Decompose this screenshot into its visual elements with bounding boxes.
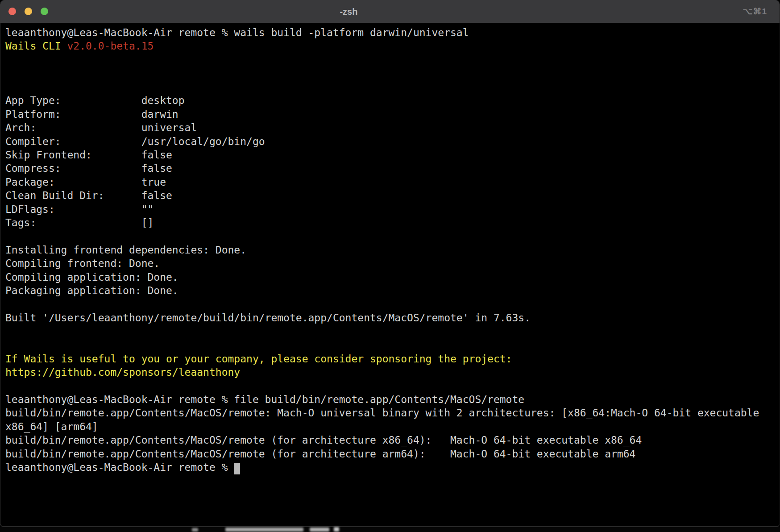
terminal-line: Clean Build Dir: false xyxy=(5,189,778,202)
terminal-text-segment: Clean Build Dir: false xyxy=(5,190,172,201)
terminal-line xyxy=(5,80,778,94)
terminal-output[interactable]: leaanthony@Leas-MacBook-Air remote % wai… xyxy=(0,23,780,474)
terminal-line xyxy=(5,230,778,243)
tab-shortcut-badge: ⌥⌘1 xyxy=(743,0,767,23)
terminal-text-segment: build/bin/remote.app/Contents/MacOS/remo… xyxy=(5,434,642,446)
terminal-text-segment: x86_64] [arm64] xyxy=(5,421,98,432)
terminal-text-segment: leaanthony@Leas-MacBook-Air remote % xyxy=(5,461,234,473)
terminal-line: Installing frontend dependencies: Done. xyxy=(5,243,778,257)
terminal-text-segment: https://github.com/sponsors/leaanthony xyxy=(5,366,240,378)
blurred-background-fragment xyxy=(334,527,339,532)
terminal-line xyxy=(5,53,778,66)
terminal-text-segment: v2.0.0-beta.15 xyxy=(67,40,154,52)
terminal-text-segment: App Type: desktop xyxy=(5,95,185,106)
blurred-background-fragment xyxy=(192,528,198,532)
terminal-text-segment: Built '/Users/leaanthony/remote/build/bi… xyxy=(5,312,531,324)
terminal-text-segment: leaanthony@Leas-MacBook-Air remote % fil… xyxy=(5,394,524,405)
terminal-text-segment: Skip Frontend: false xyxy=(5,149,172,161)
terminal-text-segment: LDFlags: "" xyxy=(5,204,154,215)
terminal-text-segment: Wails CLI xyxy=(5,40,67,52)
terminal-text-segment: Arch: universal xyxy=(5,122,197,133)
close-button[interactable] xyxy=(8,8,16,15)
terminal-text-segment: Compiling application: Done. xyxy=(5,271,178,283)
traffic-lights xyxy=(8,8,48,15)
terminal-line xyxy=(5,379,778,392)
terminal-line: leaanthony@Leas-MacBook-Air remote % xyxy=(5,461,778,474)
terminal-text-segment: Platform: darwin xyxy=(5,108,178,120)
blurred-background-fragment xyxy=(225,528,303,532)
terminal-line: If Wails is useful to you or your compan… xyxy=(5,352,778,366)
terminal-line: build/bin/remote.app/Contents/MacOS/remo… xyxy=(5,447,778,461)
terminal-text-segment: Packaging application: Done. xyxy=(5,285,178,296)
minimize-button[interactable] xyxy=(25,8,32,15)
background-window-strip xyxy=(0,527,780,532)
terminal-line xyxy=(5,66,778,80)
terminal-line: build/bin/remote.app/Contents/MacOS/remo… xyxy=(5,433,778,447)
terminal-line: Package: true xyxy=(5,175,778,189)
terminal-text-segment: build/bin/remote.app/Contents/MacOS/remo… xyxy=(5,407,759,419)
window-title: -zsh xyxy=(340,0,357,23)
terminal-cursor xyxy=(234,463,240,474)
terminal-text-segment: Installing frontend dependencies: Done. xyxy=(5,244,246,256)
zoom-button[interactable] xyxy=(41,8,48,15)
terminal-line xyxy=(5,325,778,338)
titlebar[interactable]: -zsh ⌥⌘1 xyxy=(0,0,780,23)
terminal-line xyxy=(5,298,778,311)
terminal-text-segment: Compiling frontend: Done. xyxy=(5,258,160,269)
terminal-text-segment: If Wails is useful to you or your compan… xyxy=(5,353,512,365)
terminal-line: Compiler: /usr/local/go/bin/go xyxy=(5,135,778,148)
terminal-text-segment: Compiler: /usr/local/go/bin/go xyxy=(5,136,265,147)
terminal-line: leaanthony@Leas-MacBook-Air remote % fil… xyxy=(5,393,778,406)
terminal-line: LDFlags: "" xyxy=(5,203,778,216)
terminal-text-segment: Package: true xyxy=(5,176,166,188)
terminal-line: Compiling application: Done. xyxy=(5,270,778,284)
terminal-text-segment: Tags: [] xyxy=(5,217,154,229)
terminal-line: Built '/Users/leaanthony/remote/build/bi… xyxy=(5,311,778,324)
terminal-line: Platform: darwin xyxy=(5,108,778,121)
blurred-background-fragment xyxy=(310,528,329,532)
terminal-line: https://github.com/sponsors/leaanthony xyxy=(5,366,778,379)
terminal-text-segment: Compress: false xyxy=(5,162,172,174)
terminal-line: Wails CLI v2.0.0-beta.15 xyxy=(5,39,778,53)
terminal-line: leaanthony@Leas-MacBook-Air remote % wai… xyxy=(5,26,778,39)
terminal-line: Arch: universal xyxy=(5,121,778,134)
terminal-text-segment: leaanthony@Leas-MacBook-Air remote % wai… xyxy=(5,27,469,38)
terminal-line: Compiling frontend: Done. xyxy=(5,257,778,270)
terminal-window: -zsh ⌥⌘1 leaanthony@Leas-MacBook-Air rem… xyxy=(0,0,780,527)
terminal-line: build/bin/remote.app/Contents/MacOS/remo… xyxy=(5,406,778,420)
terminal-line: Packaging application: Done. xyxy=(5,284,778,297)
terminal-line: Tags: [] xyxy=(5,216,778,229)
terminal-line xyxy=(5,338,778,352)
terminal-line: x86_64] [arm64] xyxy=(5,420,778,433)
terminal-line: Skip Frontend: false xyxy=(5,148,778,162)
terminal-line: Compress: false xyxy=(5,162,778,175)
terminal-line: App Type: desktop xyxy=(5,94,778,107)
terminal-text-segment: build/bin/remote.app/Contents/MacOS/remo… xyxy=(5,448,635,460)
